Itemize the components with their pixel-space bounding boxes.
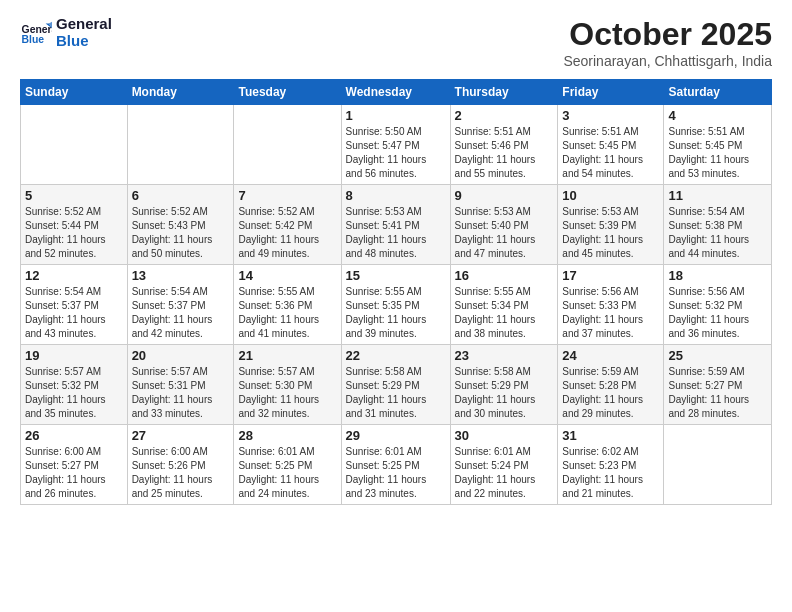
day-info: Sunrise: 5:51 AM Sunset: 5:45 PM Dayligh…	[562, 125, 659, 181]
calendar-cell: 13Sunrise: 5:54 AM Sunset: 5:37 PM Dayli…	[127, 265, 234, 345]
svg-text:Blue: Blue	[22, 34, 45, 45]
calendar-cell: 7Sunrise: 5:52 AM Sunset: 5:42 PM Daylig…	[234, 185, 341, 265]
calendar-header-sunday: Sunday	[21, 80, 128, 105]
calendar-cell: 9Sunrise: 5:53 AM Sunset: 5:40 PM Daylig…	[450, 185, 558, 265]
day-number: 9	[455, 188, 554, 203]
day-info: Sunrise: 5:59 AM Sunset: 5:28 PM Dayligh…	[562, 365, 659, 421]
day-info: Sunrise: 5:57 AM Sunset: 5:30 PM Dayligh…	[238, 365, 336, 421]
calendar-cell: 3Sunrise: 5:51 AM Sunset: 5:45 PM Daylig…	[558, 105, 664, 185]
day-number: 18	[668, 268, 767, 283]
day-number: 10	[562, 188, 659, 203]
day-info: Sunrise: 5:54 AM Sunset: 5:37 PM Dayligh…	[25, 285, 123, 341]
month-title: October 2025	[563, 16, 772, 53]
calendar-cell	[127, 105, 234, 185]
calendar-header-wednesday: Wednesday	[341, 80, 450, 105]
day-info: Sunrise: 5:52 AM Sunset: 5:43 PM Dayligh…	[132, 205, 230, 261]
day-info: Sunrise: 5:57 AM Sunset: 5:32 PM Dayligh…	[25, 365, 123, 421]
calendar-cell: 10Sunrise: 5:53 AM Sunset: 5:39 PM Dayli…	[558, 185, 664, 265]
calendar-header-monday: Monday	[127, 80, 234, 105]
day-info: Sunrise: 5:56 AM Sunset: 5:33 PM Dayligh…	[562, 285, 659, 341]
calendar-cell: 28Sunrise: 6:01 AM Sunset: 5:25 PM Dayli…	[234, 425, 341, 505]
calendar-cell: 11Sunrise: 5:54 AM Sunset: 5:38 PM Dayli…	[664, 185, 772, 265]
day-info: Sunrise: 6:00 AM Sunset: 5:26 PM Dayligh…	[132, 445, 230, 501]
calendar-header-tuesday: Tuesday	[234, 80, 341, 105]
day-number: 16	[455, 268, 554, 283]
day-number: 21	[238, 348, 336, 363]
day-number: 27	[132, 428, 230, 443]
calendar-cell: 5Sunrise: 5:52 AM Sunset: 5:44 PM Daylig…	[21, 185, 128, 265]
logo-blue: Blue	[56, 33, 112, 50]
calendar-cell: 2Sunrise: 5:51 AM Sunset: 5:46 PM Daylig…	[450, 105, 558, 185]
calendar-cell: 29Sunrise: 6:01 AM Sunset: 5:25 PM Dayli…	[341, 425, 450, 505]
day-info: Sunrise: 6:00 AM Sunset: 5:27 PM Dayligh…	[25, 445, 123, 501]
day-info: Sunrise: 5:54 AM Sunset: 5:38 PM Dayligh…	[668, 205, 767, 261]
svg-text:General: General	[22, 24, 52, 35]
calendar-header-friday: Friday	[558, 80, 664, 105]
day-number: 5	[25, 188, 123, 203]
day-number: 24	[562, 348, 659, 363]
calendar-cell: 23Sunrise: 5:58 AM Sunset: 5:29 PM Dayli…	[450, 345, 558, 425]
day-info: Sunrise: 5:55 AM Sunset: 5:35 PM Dayligh…	[346, 285, 446, 341]
day-number: 30	[455, 428, 554, 443]
day-info: Sunrise: 6:02 AM Sunset: 5:23 PM Dayligh…	[562, 445, 659, 501]
day-info: Sunrise: 5:58 AM Sunset: 5:29 PM Dayligh…	[346, 365, 446, 421]
calendar-cell: 8Sunrise: 5:53 AM Sunset: 5:41 PM Daylig…	[341, 185, 450, 265]
calendar-week-4: 19Sunrise: 5:57 AM Sunset: 5:32 PM Dayli…	[21, 345, 772, 425]
calendar-table: SundayMondayTuesdayWednesdayThursdayFrid…	[20, 79, 772, 505]
calendar-cell: 6Sunrise: 5:52 AM Sunset: 5:43 PM Daylig…	[127, 185, 234, 265]
logo: General Blue General Blue	[20, 16, 112, 49]
day-number: 19	[25, 348, 123, 363]
day-number: 31	[562, 428, 659, 443]
logo-general: General	[56, 16, 112, 33]
calendar-cell	[21, 105, 128, 185]
calendar-cell: 21Sunrise: 5:57 AM Sunset: 5:30 PM Dayli…	[234, 345, 341, 425]
page: General Blue General Blue October 2025 S…	[0, 0, 792, 612]
calendar-header-saturday: Saturday	[664, 80, 772, 105]
calendar-cell: 24Sunrise: 5:59 AM Sunset: 5:28 PM Dayli…	[558, 345, 664, 425]
day-number: 4	[668, 108, 767, 123]
calendar-week-2: 5Sunrise: 5:52 AM Sunset: 5:44 PM Daylig…	[21, 185, 772, 265]
day-number: 26	[25, 428, 123, 443]
day-info: Sunrise: 5:55 AM Sunset: 5:34 PM Dayligh…	[455, 285, 554, 341]
calendar-cell: 26Sunrise: 6:00 AM Sunset: 5:27 PM Dayli…	[21, 425, 128, 505]
header: General Blue General Blue October 2025 S…	[20, 16, 772, 69]
calendar-cell: 18Sunrise: 5:56 AM Sunset: 5:32 PM Dayli…	[664, 265, 772, 345]
calendar-cell: 31Sunrise: 6:02 AM Sunset: 5:23 PM Dayli…	[558, 425, 664, 505]
day-number: 28	[238, 428, 336, 443]
day-info: Sunrise: 5:51 AM Sunset: 5:45 PM Dayligh…	[668, 125, 767, 181]
location: Seorinarayan, Chhattisgarh, India	[563, 53, 772, 69]
day-info: Sunrise: 5:50 AM Sunset: 5:47 PM Dayligh…	[346, 125, 446, 181]
day-info: Sunrise: 5:53 AM Sunset: 5:39 PM Dayligh…	[562, 205, 659, 261]
day-info: Sunrise: 5:51 AM Sunset: 5:46 PM Dayligh…	[455, 125, 554, 181]
day-info: Sunrise: 6:01 AM Sunset: 5:25 PM Dayligh…	[346, 445, 446, 501]
calendar-week-1: 1Sunrise: 5:50 AM Sunset: 5:47 PM Daylig…	[21, 105, 772, 185]
calendar-cell: 25Sunrise: 5:59 AM Sunset: 5:27 PM Dayli…	[664, 345, 772, 425]
calendar-cell: 30Sunrise: 6:01 AM Sunset: 5:24 PM Dayli…	[450, 425, 558, 505]
day-info: Sunrise: 5:55 AM Sunset: 5:36 PM Dayligh…	[238, 285, 336, 341]
day-number: 13	[132, 268, 230, 283]
calendar-header-thursday: Thursday	[450, 80, 558, 105]
title-section: October 2025 Seorinarayan, Chhattisgarh,…	[563, 16, 772, 69]
day-info: Sunrise: 5:52 AM Sunset: 5:42 PM Dayligh…	[238, 205, 336, 261]
day-info: Sunrise: 5:59 AM Sunset: 5:27 PM Dayligh…	[668, 365, 767, 421]
calendar-cell: 1Sunrise: 5:50 AM Sunset: 5:47 PM Daylig…	[341, 105, 450, 185]
day-number: 12	[25, 268, 123, 283]
calendar-cell: 22Sunrise: 5:58 AM Sunset: 5:29 PM Dayli…	[341, 345, 450, 425]
day-number: 22	[346, 348, 446, 363]
day-info: Sunrise: 6:01 AM Sunset: 5:25 PM Dayligh…	[238, 445, 336, 501]
calendar-cell	[664, 425, 772, 505]
day-number: 17	[562, 268, 659, 283]
calendar-header-row: SundayMondayTuesdayWednesdayThursdayFrid…	[21, 80, 772, 105]
calendar-cell: 27Sunrise: 6:00 AM Sunset: 5:26 PM Dayli…	[127, 425, 234, 505]
calendar-cell	[234, 105, 341, 185]
day-number: 23	[455, 348, 554, 363]
day-number: 7	[238, 188, 336, 203]
calendar-cell: 17Sunrise: 5:56 AM Sunset: 5:33 PM Dayli…	[558, 265, 664, 345]
day-info: Sunrise: 5:58 AM Sunset: 5:29 PM Dayligh…	[455, 365, 554, 421]
day-number: 11	[668, 188, 767, 203]
calendar-cell: 19Sunrise: 5:57 AM Sunset: 5:32 PM Dayli…	[21, 345, 128, 425]
day-number: 29	[346, 428, 446, 443]
calendar-week-3: 12Sunrise: 5:54 AM Sunset: 5:37 PM Dayli…	[21, 265, 772, 345]
calendar-cell: 14Sunrise: 5:55 AM Sunset: 5:36 PM Dayli…	[234, 265, 341, 345]
day-info: Sunrise: 5:54 AM Sunset: 5:37 PM Dayligh…	[132, 285, 230, 341]
